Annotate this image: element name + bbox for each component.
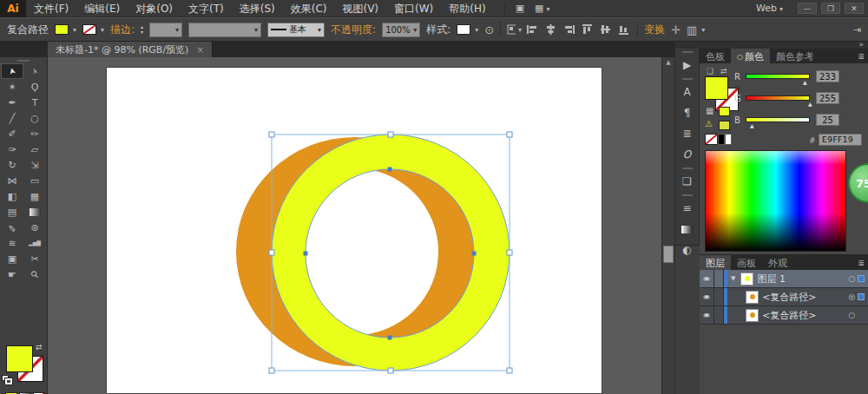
document-layout-icon[interactable]: ▣ [516, 3, 524, 14]
restore-button[interactable]: ❐ [821, 3, 840, 14]
layer-row-main[interactable]: ▼图层 1 [727, 270, 868, 287]
align-left-button[interactable] [525, 23, 540, 36]
tab-close-icon[interactable]: × [196, 45, 203, 55]
style-dropdown[interactable]: ▾ [457, 24, 478, 35]
panel-menu-icon[interactable]: ≣ [858, 259, 865, 267]
selection-handle[interactable] [507, 132, 512, 137]
target-circle-icon[interactable]: ○ [848, 274, 855, 283]
align-right-button[interactable] [562, 23, 576, 36]
tab-artboards[interactable]: 画板 [731, 255, 762, 270]
paragraph-icon[interactable]: ¶ [675, 102, 699, 123]
pen-tool[interactable]: ✒ [1, 95, 23, 110]
opacity-label[interactable]: 不透明度: [331, 23, 376, 37]
hand-tool[interactable]: ☛ [1, 266, 23, 282]
anchor-point[interactable] [304, 252, 308, 256]
slider-track[interactable]: ▲ [746, 117, 810, 122]
menu-item[interactable]: 对象(O) [128, 0, 181, 17]
selection-handle[interactable] [269, 368, 274, 373]
fill-swatch[interactable] [6, 345, 33, 372]
visibility-toggle[interactable]: ◉ [700, 270, 714, 287]
align-center-button[interactable] [543, 23, 558, 36]
anchor-point[interactable] [472, 252, 477, 256]
slice-tool[interactable]: ✂ [23, 251, 46, 266]
slider-value-field[interactable]: 255 [816, 92, 839, 104]
shape-builder-tool[interactable]: ◧ [1, 188, 23, 204]
gradient-panel-icon[interactable] [675, 219, 699, 240]
pencil-tool[interactable]: ✏ [23, 126, 46, 141]
app-logo-icon[interactable]: Ai [0, 0, 26, 17]
ellipse-tool[interactable]: ○ [23, 110, 46, 126]
vertical-scrollbar[interactable]: ▲ [661, 57, 675, 394]
direct-selection-tool[interactable]: ➢ [23, 63, 46, 79]
layer-thumbnail[interactable] [740, 273, 753, 286]
minimize-button[interactable]: — [798, 3, 817, 14]
tab-color-guide[interactable]: 颜色参考 [770, 49, 820, 63]
tab-color[interactable]: ○颜色 [731, 49, 770, 63]
symbols-icon[interactable]: ❏ [675, 171, 699, 192]
selection-handle[interactable] [507, 368, 512, 373]
eyedropper-tool[interactable]: ✎ [1, 220, 23, 235]
transparency-panel-icon[interactable]: ◐ [675, 240, 699, 260]
symbol-sprayer-tool[interactable]: ≋ [1, 235, 23, 251]
lasso-tool[interactable]: Ϙ [23, 79, 46, 95]
layer-thumbnail[interactable] [746, 291, 759, 304]
tab-layers[interactable]: 图层 [700, 255, 731, 270]
selection-handle[interactable] [269, 250, 274, 255]
slider-pointer[interactable]: ▲ [750, 122, 754, 128]
white-swatch[interactable] [725, 134, 732, 145]
selection-handle[interactable] [388, 368, 393, 373]
panel-menu-icon[interactable]: ≣ [858, 52, 865, 61]
selection-handle[interactable] [269, 132, 274, 137]
actions-icon[interactable]: ▶ [675, 55, 699, 76]
tab-swatches[interactable]: 色板 [700, 49, 731, 63]
perspective-grid-tool[interactable]: ▦ [23, 188, 46, 204]
paragraph-styles-icon[interactable]: ≣ [675, 123, 699, 144]
document-tab[interactable]: 未标题-1* @ 98% (RGB/预览) × [48, 42, 213, 57]
tab-appearance[interactable]: 外观 [762, 255, 793, 270]
dock-grip[interactable] [682, 51, 693, 53]
align-middle-button[interactable] [598, 23, 613, 36]
slider-value-field[interactable]: 25 [816, 114, 839, 126]
collapse-dock-bar[interactable]: » [675, 42, 868, 49]
align-top-button[interactable] [580, 23, 595, 36]
stroke-panel-icon[interactable]: ≡ [675, 198, 699, 219]
slider-track[interactable]: ▲ [746, 95, 810, 101]
menu-item[interactable]: 文件(F) [26, 0, 76, 17]
align-options-dropdown[interactable]: ▾ [507, 23, 522, 36]
fill-proxy-swatch[interactable] [705, 76, 728, 100]
expand-triangle-icon[interactable]: ▼ [731, 275, 735, 282]
artboard-tool[interactable]: ▣ [1, 251, 23, 266]
layer-row[interactable]: ◉<复合路径>○ [700, 306, 868, 325]
scrollbar-thumb[interactable] [663, 246, 674, 263]
width-profile-dropdown[interactable]: ▾ [188, 23, 261, 37]
target-circle-icon[interactable]: ○ [848, 311, 855, 319]
menu-item[interactable]: 编辑(E) [76, 0, 128, 17]
transform-label[interactable]: 变换 [644, 23, 665, 37]
menu-item[interactable]: 视图(V) [334, 0, 386, 17]
slider-value-field[interactable]: 233 [816, 70, 839, 82]
none-swatch[interactable] [705, 134, 718, 145]
lock-column[interactable] [714, 270, 724, 287]
shape-options-dropdown[interactable]: ▥ ▾ [687, 23, 705, 36]
selection-indicator[interactable] [858, 275, 865, 282]
menu-item[interactable]: 帮助(H) [441, 0, 493, 17]
lock-column[interactable] [714, 288, 724, 305]
stroke-color-dropdown[interactable]: ▾ [82, 24, 104, 35]
layer-name[interactable]: 图层 1 [757, 273, 786, 286]
free-transform-icon[interactable]: ✛ [671, 23, 681, 36]
type-tool[interactable]: T [23, 95, 46, 110]
blend-tool[interactable]: ⊛ [23, 220, 46, 235]
layer-name[interactable]: <复合路径> [762, 309, 816, 322]
stroke-label[interactable]: 描边: [110, 23, 135, 37]
close-button[interactable]: ✕ [845, 3, 864, 14]
visibility-toggle[interactable]: ◉ [700, 306, 714, 324]
selection-tool[interactable]: ➤ [1, 63, 23, 79]
opacity-field[interactable]: 100% ▾ [382, 23, 420, 37]
canvas-area[interactable] [48, 57, 661, 394]
menu-item[interactable]: 窗口(W) [386, 0, 441, 17]
gradient-tool[interactable] [23, 204, 46, 220]
anchor-point[interactable] [388, 336, 392, 340]
stroke-width-stepper[interactable]: ▴ ▾ [141, 24, 143, 35]
free-transform-tool[interactable]: ▭ [23, 173, 46, 188]
selection-handle[interactable] [507, 250, 512, 255]
